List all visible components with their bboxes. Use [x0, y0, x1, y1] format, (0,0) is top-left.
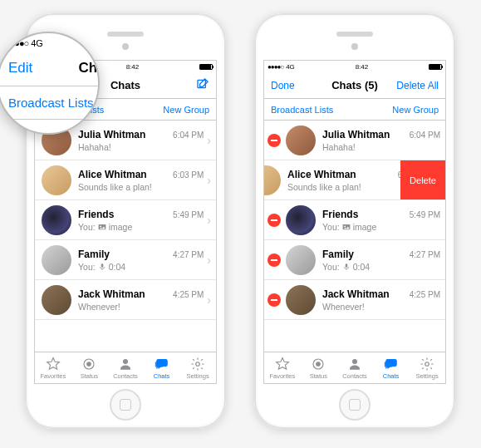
chat-row[interactable]: Family4:27 PM You: 0:04: [264, 240, 445, 280]
tab-contacts[interactable]: Contacts: [336, 352, 373, 383]
delete-toggle-button[interactable]: [267, 214, 281, 227]
magnifier-lens: ●●●●○ 4G 8:42 Edit Chats Broadcast Lists…: [0, 32, 100, 135]
avatar: [42, 205, 71, 235]
chat-name: Family: [322, 249, 354, 260]
chat-preview: Hahaha!: [78, 142, 204, 152]
phone-mockup-right: ●●●●○ 4G 8:42 Done Chats (5) Delete All …: [254, 13, 455, 429]
gear-icon: [190, 357, 205, 372]
battery-icon: [429, 64, 442, 70]
home-button[interactable]: [339, 389, 371, 421]
tab-bar: Favorites Status Contacts Chats Settings: [35, 352, 216, 383]
chevron-right-icon: ›: [207, 254, 211, 267]
phone-speaker: [336, 32, 373, 37]
screen-right: ●●●●○ 4G 8:42 Done Chats (5) Delete All …: [263, 60, 446, 384]
edit-button[interactable]: Edit: [8, 60, 52, 76]
chat-time: 4:27 PM: [173, 250, 204, 259]
chat-name: Family: [78, 249, 110, 260]
chat-list: Julia Whitman6:04 PM Hahaha! › Alice Whi…: [35, 121, 216, 352]
new-group-link[interactable]: New Group: [163, 105, 209, 115]
phone-speaker: [107, 32, 144, 37]
chat-time: 6:04 PM: [410, 130, 440, 140]
chevron-right-icon: ›: [207, 214, 211, 227]
carrier-label: 4G: [286, 63, 295, 71]
avatar: [286, 205, 316, 235]
avatar: [286, 245, 316, 275]
photo-icon: [342, 223, 351, 231]
avatar: [286, 126, 316, 155]
tab-settings[interactable]: Settings: [179, 352, 216, 383]
tab-favorites[interactable]: Favorites: [264, 352, 301, 383]
star-icon: [275, 357, 290, 372]
nav-bar: Done Chats (5) Delete All: [264, 72, 445, 99]
chat-row[interactable]: Alice Whitman6:03 PM Sounds like a plan!…: [264, 160, 445, 200]
clock: 8:42: [126, 63, 140, 71]
phone-camera: [122, 43, 129, 50]
svg-rect-3: [101, 263, 103, 267]
chat-preview: Hahaha!: [322, 142, 440, 152]
signal-dots: ●●●●○: [5, 38, 28, 48]
chat-preview: You: image: [322, 222, 440, 232]
new-group-link[interactable]: New Group: [392, 105, 439, 115]
done-button[interactable]: Done: [271, 80, 314, 91]
avatar: [264, 165, 281, 195]
broadcast-lists-link[interactable]: Broadcast Lists: [8, 96, 94, 110]
tab-status[interactable]: Status: [71, 352, 108, 383]
delete-toggle-button[interactable]: [267, 254, 281, 267]
photo-icon: [98, 223, 106, 231]
chats-icon: [155, 357, 169, 372]
delete-all-button[interactable]: Delete All: [395, 80, 439, 91]
svg-point-15: [425, 362, 429, 366]
tab-chats[interactable]: Chats: [373, 352, 410, 383]
svg-point-2: [100, 225, 101, 227]
delete-confirm-button[interactable]: Delete: [400, 160, 445, 199]
chat-row[interactable]: Alice Whitman6:03 PM Sounds like a plan!…: [35, 160, 216, 200]
avatar: [42, 165, 71, 195]
chat-time: 4:27 PM: [410, 250, 440, 259]
star-icon: [46, 357, 61, 372]
contact-icon: [347, 357, 362, 372]
svg-point-5: [87, 362, 91, 366]
chat-preview: You: 0:04: [78, 262, 204, 272]
gear-icon: [420, 357, 434, 372]
signal-dots: ●●●●○: [267, 63, 283, 71]
avatar: [42, 245, 71, 275]
svg-point-6: [123, 359, 128, 364]
chat-name: Alice Whitman: [78, 169, 147, 180]
chat-time: 4:25 PM: [410, 290, 440, 299]
home-button[interactable]: [110, 389, 141, 421]
chat-row[interactable]: Friends5:49 PM You: image: [264, 200, 445, 240]
chat-row[interactable]: Family4:27 PM You: 0:04 ›: [35, 240, 216, 280]
chat-preview: You: 0:04: [322, 262, 440, 272]
mic-icon: [342, 263, 351, 271]
broadcast-lists-link[interactable]: Broadcast Lists: [271, 105, 333, 115]
chat-time: 5:49 PM: [410, 210, 440, 219]
tab-chats[interactable]: Chats: [144, 352, 180, 383]
chat-time: 5:49 PM: [173, 210, 204, 219]
sub-bar: Broadcast Lists New Group: [264, 99, 445, 121]
tab-status[interactable]: Status: [301, 352, 337, 383]
avatar: [286, 285, 316, 315]
battery-icon: [199, 64, 213, 70]
svg-rect-11: [345, 263, 347, 267]
chevron-right-icon: ›: [207, 134, 211, 147]
delete-toggle-button[interactable]: [267, 134, 281, 147]
chats-icon: [384, 357, 399, 372]
svg-point-13: [317, 362, 321, 366]
tab-settings[interactable]: Settings: [409, 352, 445, 383]
chat-row[interactable]: Jack Whitman4:25 PM Whenever!: [264, 280, 445, 320]
carrier-label: 4G: [31, 38, 43, 48]
contact-icon: [118, 357, 133, 372]
svg-point-10: [344, 225, 346, 227]
compose-button[interactable]: [166, 77, 209, 93]
delete-toggle-button[interactable]: [267, 293, 281, 307]
tab-favorites[interactable]: Favorites: [35, 352, 71, 383]
chat-row[interactable]: Jack Whitman4:25 PM Whenever! ›: [35, 280, 216, 320]
chevron-right-icon: ›: [207, 293, 211, 307]
chat-name: Alice Whitman: [287, 169, 356, 180]
tab-contacts[interactable]: Contacts: [107, 352, 144, 383]
chat-row[interactable]: Julia Whitman6:04 PM Hahaha!: [264, 121, 445, 160]
chat-row[interactable]: Friends5:49 PM You: image ›: [35, 200, 216, 240]
page-title: Chats (5): [331, 79, 378, 91]
mic-icon: [98, 263, 106, 271]
phone-camera: [351, 43, 358, 50]
